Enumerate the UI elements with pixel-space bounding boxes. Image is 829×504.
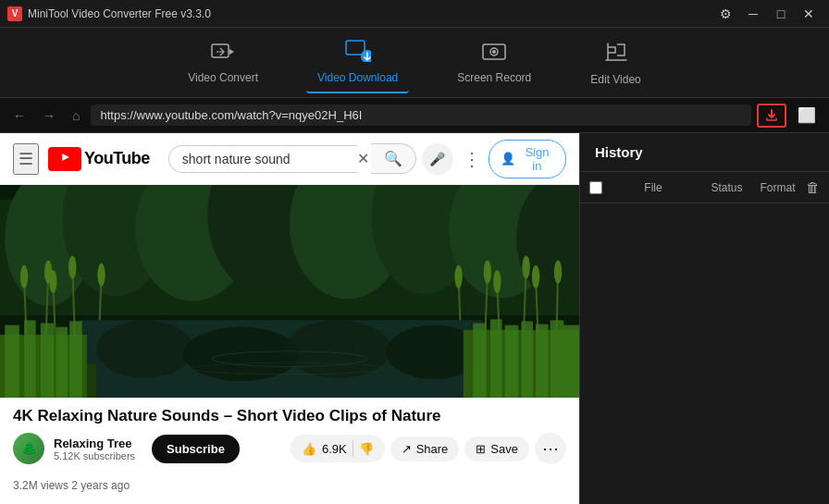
- channel-row: 🌲 Relaxing Tree 5.12K subscribers Subscr…: [13, 433, 566, 464]
- video-info: 4K Relaxing Nature Sounds – Short Video …: [0, 398, 579, 473]
- nav-bar: Video Convert Video Download Screen Reco…: [0, 28, 829, 98]
- main-area: ☰ YouTube ✕ 🔍 🎤 ⋮ 👤: [0, 133, 829, 504]
- history-empty: [580, 203, 829, 504]
- thumbs-up-icon: 👍: [302, 442, 316, 456]
- thumbs-down-icon: 👎: [359, 442, 374, 456]
- yt-logo-text: YouTube: [84, 149, 150, 168]
- svg-point-43: [183, 327, 299, 381]
- svg-point-34: [454, 265, 462, 289]
- maximize-button[interactable]: □: [768, 4, 794, 24]
- nav-video-download-label: Video Download: [317, 71, 398, 84]
- nav-screen-record[interactable]: Screen Record: [446, 34, 542, 92]
- svg-rect-59: [505, 326, 519, 398]
- svg-rect-52: [5, 326, 19, 398]
- edit-video-icon: [604, 40, 628, 69]
- minimize-button[interactable]: ─: [740, 4, 766, 24]
- more-button[interactable]: ⋯: [535, 433, 566, 464]
- yt-search-area: ✕ 🔍 🎤: [168, 143, 453, 175]
- home-button[interactable]: ⌂: [67, 104, 85, 127]
- channel-name: Relaxing Tree: [54, 436, 135, 450]
- close-button[interactable]: ✕: [796, 4, 822, 24]
- svg-rect-63: [563, 326, 579, 398]
- svg-point-33: [97, 264, 105, 287]
- svg-point-38: [532, 265, 539, 289]
- back-button[interactable]: ←: [7, 104, 31, 127]
- svg-point-2: [361, 50, 371, 62]
- settings-button[interactable]: ⚙: [712, 4, 738, 24]
- app-logo: V: [7, 6, 22, 21]
- yt-content: 4K Relaxing Nature Sounds – Short Video …: [0, 185, 579, 504]
- youtube-header: ☰ YouTube ✕ 🔍 🎤 ⋮ 👤: [0, 133, 579, 185]
- channel-avatar: 🌲: [13, 433, 44, 464]
- forward-button[interactable]: →: [37, 104, 61, 127]
- svg-point-39: [554, 261, 562, 284]
- yt-clear-button[interactable]: ✕: [357, 150, 369, 167]
- svg-rect-60: [521, 321, 533, 398]
- yt-signin-label: Sign in: [520, 145, 554, 173]
- nav-edit-video[interactable]: Edit Video: [579, 32, 652, 93]
- svg-point-35: [484, 261, 491, 284]
- url-input[interactable]: [91, 104, 751, 126]
- video-download-icon: [345, 40, 371, 68]
- browser-pane: ☰ YouTube ✕ 🔍 🎤 ⋮ 👤: [0, 133, 579, 504]
- history-delete-button[interactable]: 🗑: [806, 179, 820, 195]
- page-icon-button[interactable]: ⬜: [792, 104, 822, 128]
- like-count: 6.9K: [322, 442, 347, 456]
- svg-rect-61: [536, 324, 549, 398]
- nav-video-convert-label: Video Convert: [188, 71, 258, 84]
- share-icon: ↗: [402, 442, 412, 456]
- share-button[interactable]: ↗ Share: [390, 436, 460, 461]
- action-row: 👍 6.9K 👎 ↗ Share ⊞ Save: [291, 433, 566, 464]
- history-col-format: Format: [755, 181, 800, 194]
- svg-rect-54: [41, 323, 55, 398]
- svg-point-32: [68, 255, 76, 278]
- yt-mic-button[interactable]: 🎤: [422, 143, 453, 175]
- svg-rect-1: [346, 41, 365, 55]
- svg-point-42: [96, 320, 192, 378]
- subscribe-button[interactable]: Subscribe: [152, 435, 240, 463]
- screen-record-icon: [482, 42, 506, 68]
- svg-rect-55: [56, 327, 68, 398]
- address-bar: ← → ⌂ ⬜: [0, 98, 829, 133]
- yt-menu-button[interactable]: ☰: [13, 143, 39, 175]
- svg-point-29: [20, 265, 28, 289]
- history-col-status: Status: [704, 181, 749, 194]
- history-col-file: File: [608, 181, 699, 194]
- svg-rect-57: [473, 323, 487, 398]
- video-stats: 3.2M views 2 years ago: [0, 473, 579, 498]
- nav-video-download[interactable]: Video Download: [306, 32, 409, 93]
- channel-subs: 5.12K subscribers: [54, 450, 135, 461]
- yt-search-input[interactable]: [168, 145, 357, 173]
- channel-info: Relaxing Tree 5.12K subscribers: [54, 436, 135, 461]
- yt-more-button[interactable]: ⋮: [463, 148, 481, 170]
- yt-logo-icon: [48, 147, 81, 171]
- history-select-all[interactable]: [589, 181, 602, 194]
- yt-logo: YouTube: [48, 147, 150, 171]
- svg-rect-62: [551, 320, 564, 398]
- video-convert-icon: [211, 42, 235, 68]
- download-page-button[interactable]: [757, 104, 786, 128]
- like-group[interactable]: 👍 6.9K 👎: [291, 435, 385, 462]
- history-table-header: File Status Format 🗑: [580, 172, 829, 203]
- history-pane: History File Status Format 🗑: [579, 133, 829, 504]
- svg-point-37: [522, 255, 529, 278]
- yt-header-right: ⋮ 👤 Sign in: [463, 140, 566, 178]
- svg-point-44: [285, 320, 391, 378]
- nav-edit-video-label: Edit Video: [590, 73, 641, 86]
- app-title: MiniTool Video Converter Free v3.3.0: [28, 7, 211, 20]
- svg-rect-56: [69, 321, 82, 398]
- yt-signin-icon: 👤: [501, 152, 515, 166]
- svg-rect-53: [24, 320, 36, 398]
- video-title: 4K Relaxing Nature Sounds – Short Video …: [13, 407, 566, 425]
- title-bar: V MiniTool Video Converter Free v3.3.0 ⚙…: [0, 0, 829, 28]
- video-thumbnail[interactable]: [0, 185, 579, 398]
- nav-screen-record-label: Screen Record: [457, 71, 531, 84]
- save-button[interactable]: ⊞ Save: [464, 436, 529, 461]
- yt-signin-button[interactable]: 👤 Sign in: [489, 140, 566, 178]
- svg-point-31: [49, 270, 56, 293]
- nav-video-convert[interactable]: Video Convert: [177, 34, 269, 92]
- svg-rect-58: [490, 319, 502, 398]
- yt-search-button[interactable]: 🔍: [371, 143, 416, 174]
- history-title: History: [580, 133, 829, 172]
- svg-point-36: [493, 270, 501, 293]
